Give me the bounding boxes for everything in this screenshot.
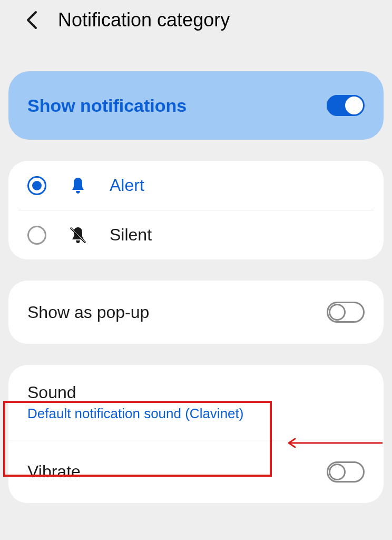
header-bar: Notification category — [0, 0, 392, 45]
mode-silent-label: Silent — [110, 225, 152, 245]
show-notifications-label: Show notifications — [27, 95, 187, 116]
back-button[interactable] — [21, 9, 42, 31]
toggle-knob — [345, 97, 363, 114]
sound-label: Sound — [27, 383, 243, 402]
vibrate-label: Vibrate — [27, 462, 81, 481]
sound-value: Default notification sound (Clavinet) — [27, 406, 243, 422]
sound-row[interactable]: Sound Default notification sound (Clavin… — [8, 365, 384, 440]
vibrate-toggle[interactable] — [327, 461, 365, 483]
vibrate-row[interactable]: Vibrate — [8, 440, 384, 503]
mode-alert-label: Alert — [110, 176, 144, 195]
settings-screen: Notification category Show notifications… — [0, 0, 392, 540]
bell-icon — [68, 177, 87, 195]
popup-label: Show as pop-up — [27, 303, 149, 322]
chevron-left-icon — [26, 11, 37, 30]
page-title: Notification category — [58, 9, 230, 31]
radio-unselected-icon — [27, 226, 46, 245]
show-notifications-row[interactable]: Show notifications — [8, 71, 384, 140]
mode-alert-row[interactable]: Alert — [8, 161, 384, 210]
bell-slash-icon — [68, 226, 87, 244]
popup-toggle[interactable] — [327, 302, 365, 323]
mode-card: Alert Silent — [8, 161, 384, 259]
radio-selected-icon — [27, 176, 46, 195]
toggle-knob — [329, 464, 346, 480]
sound-card: Sound Default notification sound (Clavin… — [8, 365, 384, 503]
popup-card: Show as pop-up — [8, 281, 384, 344]
popup-row[interactable]: Show as pop-up — [8, 281, 384, 344]
show-notifications-toggle[interactable] — [327, 95, 365, 116]
mode-silent-row[interactable]: Silent — [18, 210, 374, 259]
toggle-knob — [329, 304, 346, 321]
